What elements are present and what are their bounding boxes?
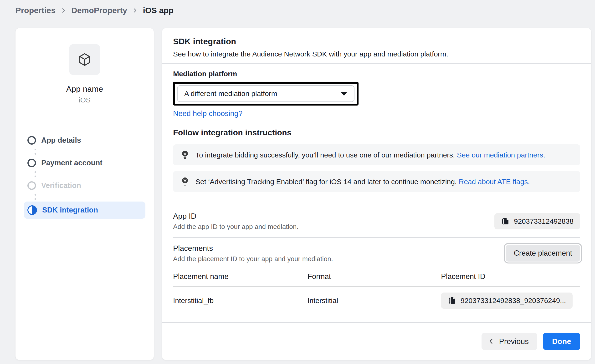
panel-header: SDK integration See how to integrate the… (162, 28, 591, 63)
annotation-highlight-box: A different mediation platform (173, 82, 359, 105)
copy-icon (448, 296, 457, 305)
see-mediation-partners-link[interactable]: See our mediation partners. (457, 151, 545, 159)
tip-body: To integrate bidding successfully, you’l… (195, 151, 455, 159)
cube-icon (77, 52, 92, 67)
tip-ate-flag: Set ‘Advertising Tracking Enabled’ flag … (173, 171, 580, 192)
panel-footer: Previous Done (162, 323, 591, 360)
placement-id-cell: 920373312492838_920376249... (441, 287, 580, 315)
placement-format-cell: Interstitial (307, 287, 441, 315)
placements-section: Placements Add the placement ID to your … (162, 238, 591, 322)
sdk-integration-panel: SDK integration See how to integrate the… (162, 28, 591, 360)
step-circle-icon (28, 136, 36, 145)
app-platform: iOS (79, 96, 91, 104)
placement-id-value: 920373312492838_920376249... (460, 297, 566, 305)
integration-instructions-section: Follow integration instructions To integ… (162, 121, 591, 205)
placements-table: Placement name Format Placement ID Inter… (173, 269, 580, 315)
tip-mediation-partners: To integrate bidding successfully, you’l… (173, 144, 580, 165)
app-id-section: App ID Add the app ID to your app and me… (162, 205, 591, 237)
app-id-title: App ID (173, 212, 298, 221)
copy-icon (501, 217, 510, 226)
column-header-format: Format (307, 269, 441, 287)
step-label: Verification (41, 181, 81, 190)
breadcrumb: Properties DemoProperty iOS app (15, 6, 174, 15)
app-id-text-block: App ID Add the app ID to your app and me… (173, 212, 298, 231)
sidebar-divider (23, 120, 146, 120)
wizard-steps: App details Payment account Verification… (24, 134, 145, 219)
app-icon-tile (69, 44, 100, 75)
chevron-right-icon (60, 7, 66, 14)
need-help-choosing-link[interactable]: Need help choosing? (173, 109, 242, 118)
mediation-platform-label: Mediation platform (173, 70, 580, 78)
tip-text: To integrate bidding successfully, you’l… (195, 150, 545, 160)
step-circle-icon (28, 159, 36, 167)
placements-description: Add the placement ID to your app and you… (173, 255, 333, 263)
step-connector (35, 194, 145, 200)
half-progress-circle-icon (28, 205, 37, 215)
lightbulb-icon (180, 177, 190, 186)
step-app-details[interactable]: App details (24, 134, 145, 147)
mediation-platform-select[interactable]: A different mediation platform (177, 85, 354, 102)
placements-header: Placements Add the placement ID to your … (173, 244, 580, 263)
instructions-title: Follow integration instructions (173, 128, 580, 137)
tip-text: Set ‘Advertising Tracking Enabled’ flag … (195, 177, 530, 186)
step-connector (35, 149, 145, 155)
breadcrumb-properties[interactable]: Properties (15, 6, 56, 15)
chevron-left-icon (488, 338, 495, 345)
panel-subtitle: See how to integrate the Audience Networ… (173, 50, 580, 58)
placement-name-cell: Interstitial_fb (173, 287, 307, 315)
lightbulb-icon (180, 150, 190, 160)
app-id-value: 920373312492838 (514, 217, 574, 225)
step-label: Payment account (41, 159, 102, 167)
step-payment-account[interactable]: Payment account (24, 156, 145, 170)
previous-button[interactable]: Previous (482, 333, 538, 350)
read-about-ate-flags-link[interactable]: Read about ATE flags. (459, 178, 530, 186)
step-label: SDK integration (42, 206, 98, 214)
step-sdk-integration[interactable]: SDK integration (24, 202, 145, 219)
column-header-placement-name: Placement name (173, 269, 307, 287)
mediation-platform-selected-value: A different mediation platform (184, 90, 277, 98)
app-wizard-sidebar: App name iOS App details Payment account… (15, 28, 154, 360)
placements-text-block: Placements Add the placement ID to your … (173, 244, 333, 263)
copy-placement-id-button[interactable]: 920373312492838_920376249... (441, 293, 573, 309)
mediation-platform-section: Mediation platform A different mediation… (162, 64, 591, 121)
previous-button-label: Previous (499, 337, 529, 346)
create-placement-button[interactable]: Create placement (506, 245, 580, 262)
caret-down-icon (341, 92, 347, 96)
breadcrumb-current-ios-app: iOS app (143, 6, 173, 15)
breadcrumb-demoproperty[interactable]: DemoProperty (71, 6, 127, 15)
step-connector (35, 171, 145, 177)
step-verification: Verification (24, 179, 145, 192)
table-row: Interstitial_fb Interstitial 92037331249… (173, 287, 580, 315)
tip-body: Set ‘Advertising Tracking Enabled’ flag … (195, 178, 457, 186)
chevron-right-icon (132, 7, 138, 14)
column-header-placement-id: Placement ID (441, 269, 580, 287)
app-summary: App name iOS (15, 28, 154, 104)
step-label: App details (41, 136, 81, 145)
panel-title: SDK integration (173, 37, 580, 46)
page: Properties DemoProperty iOS app App name… (0, 0, 595, 364)
app-id-description: Add the app ID to your app and mediation… (173, 223, 298, 231)
placements-title: Placements (173, 244, 333, 253)
done-button[interactable]: Done (543, 333, 580, 350)
step-circle-icon (28, 181, 36, 190)
table-header-row: Placement name Format Placement ID (173, 269, 580, 287)
app-name: App name (66, 84, 103, 94)
copy-app-id-button[interactable]: 920373312492838 (494, 213, 580, 229)
